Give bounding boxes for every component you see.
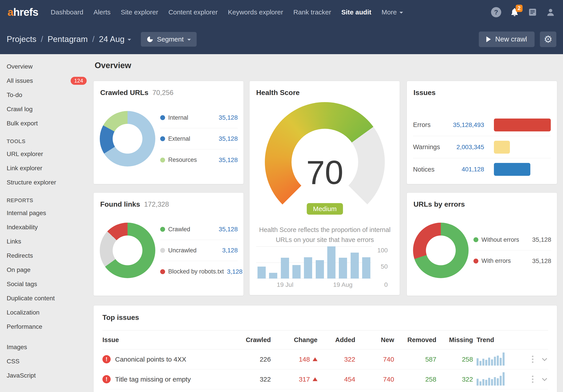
legend-label: External xyxy=(168,135,216,142)
health-trend-zero-tick: 0 xyxy=(372,281,388,288)
crawled-cell[interactable]: 226 xyxy=(235,355,271,363)
column-header-issue[interactable]: Issue xyxy=(102,336,235,343)
sidebar-item-label: JavaScript xyxy=(7,372,36,379)
legend-label: Uncrawled xyxy=(168,247,219,254)
missing-cell[interactable]: 322 xyxy=(436,376,473,383)
column-header-crawled[interactable]: Crawled xyxy=(235,336,271,343)
nav-item-content-explorer[interactable]: Content explorer xyxy=(168,8,218,16)
sidebar-item-link-explorer[interactable]: Link explorer xyxy=(7,161,87,175)
column-header-removed[interactable]: Removed xyxy=(394,336,436,343)
column-header-new[interactable]: New xyxy=(355,336,394,343)
sidebar-item-on-page[interactable]: On page xyxy=(7,263,87,277)
nav-item-keywords-explorer[interactable]: Keywords explorer xyxy=(228,8,283,16)
breadcrumb-item-label: Pentagram xyxy=(48,35,88,44)
new-cell[interactable]: 740 xyxy=(355,376,394,383)
internal-dot xyxy=(160,115,165,120)
sidebar-item-bulk-export[interactable]: Bulk export xyxy=(7,116,87,131)
chevron-down-icon[interactable] xyxy=(541,356,548,363)
legend-value[interactable]: 35,128 xyxy=(532,257,551,265)
column-header-added[interactable]: Added xyxy=(318,336,355,343)
sidebar-item-url-explorer[interactable]: URL explorer xyxy=(7,147,87,161)
removed-cell[interactable]: 258 xyxy=(394,376,436,383)
change-cell[interactable]: 148 xyxy=(271,355,318,363)
sidebar-item-css[interactable]: CSS xyxy=(7,354,87,368)
sidebar-item-overview[interactable]: Overview xyxy=(7,60,87,74)
legend-value[interactable]: 35,128 xyxy=(219,114,238,121)
notification-count-badge: 2 xyxy=(516,5,523,12)
legend-value[interactable]: 35,128 xyxy=(219,135,238,142)
nav-item-more[interactable]: More xyxy=(382,8,403,16)
issues-row-value[interactable]: 401,128 xyxy=(446,166,484,173)
sidebar-item-duplicate-content[interactable]: Duplicate content xyxy=(7,291,87,306)
health-trend-bar xyxy=(292,265,301,279)
help-icon[interactable]: ? xyxy=(491,7,501,17)
sidebar-item-links[interactable]: Links xyxy=(7,234,87,249)
sidebar-item-localization[interactable]: Localization xyxy=(7,306,87,320)
sidebar-item-social-tags[interactable]: Social tags xyxy=(7,277,87,291)
sidebar-item-indexability[interactable]: Indexability xyxy=(7,220,87,234)
sidebar-item-all-issues[interactable]: All issues124 xyxy=(7,74,87,88)
legend-value[interactable]: 3,128 xyxy=(227,268,243,275)
sidebar-item-label: Crawl log xyxy=(7,106,33,113)
ahrefs-logo[interactable]: ahrefs xyxy=(8,7,38,18)
removed-cell[interactable]: 587 xyxy=(394,355,436,363)
settings-button[interactable]: ⚙ xyxy=(540,32,556,47)
issue-label[interactable]: Canonical points to 4XX xyxy=(115,355,186,363)
change-cell[interactable]: 317 xyxy=(271,376,318,383)
nav-item-site-audit[interactable]: Site audit xyxy=(341,8,371,16)
crawled-urls-card: Crawled URLs 70,256 Internal35,128Extern… xyxy=(93,81,244,184)
urls-by-errors-donut xyxy=(413,223,469,278)
kebab-menu-icon[interactable] xyxy=(531,355,534,364)
sidebar-item-structure-explorer[interactable]: Structure explorer xyxy=(7,175,87,190)
breadcrumb-item-24-aug[interactable]: 24 Aug xyxy=(99,35,131,44)
missing-cell[interactable]: 258 xyxy=(436,355,473,363)
legend-value[interactable]: 35,128 xyxy=(532,236,551,243)
legend-label: With errors xyxy=(481,257,529,264)
sidebar-item-redirects[interactable]: Redirects xyxy=(7,249,87,263)
legend-value[interactable]: 35,128 xyxy=(219,226,238,233)
issue-label[interactable]: Title tag missing or empty xyxy=(115,376,191,383)
found-links-legend: Crawled35,128Uncrawled3,128Blocked by ro… xyxy=(160,219,238,282)
kebab-menu-icon[interactable] xyxy=(531,375,534,384)
sidebar-item-javascript[interactable]: JavaScript xyxy=(7,368,87,383)
issues-row-value[interactable]: 2,003,345 xyxy=(446,144,484,151)
trend-bar xyxy=(477,379,479,386)
new-value: 740 xyxy=(383,376,394,383)
breadcrumb-item-projects[interactable]: Projects xyxy=(7,35,37,44)
crawled-cell[interactable]: 322 xyxy=(235,376,271,383)
legend-row-internal: Internal35,128 xyxy=(160,107,238,128)
added-cell[interactable]: 322 xyxy=(318,355,355,363)
top-nav: ahrefs DashboardAlertsSite explorerConte… xyxy=(0,0,563,24)
notifications-bell-icon[interactable]: 2 xyxy=(510,7,519,17)
column-header-missing[interactable]: Missing xyxy=(436,336,473,343)
sidebar-item-performance[interactable]: Performance xyxy=(7,320,87,334)
new-cell[interactable]: 740 xyxy=(355,355,394,363)
column-header-trend[interactable]: Trend xyxy=(473,336,520,343)
feedback-icon[interactable] xyxy=(528,8,537,17)
nav-item-rank-tracker[interactable]: Rank tracker xyxy=(293,8,331,16)
main-nav-items: DashboardAlertsSite explorerContent expl… xyxy=(51,8,403,16)
issues-row-value[interactable]: 35,128,493 xyxy=(446,122,484,129)
chevron-down-icon[interactable] xyxy=(541,376,548,383)
sidebar-item-to-do[interactable]: To-do xyxy=(7,88,87,102)
segment-button[interactable]: Segment xyxy=(141,32,196,47)
sidebar-item-label: Performance xyxy=(7,323,42,330)
sidebar-item-label: Images xyxy=(7,343,27,351)
nav-item-alerts[interactable]: Alerts xyxy=(93,8,111,16)
new-crawl-button[interactable]: New crawl xyxy=(479,32,535,47)
legend-row-with-errors: With errors35,128 xyxy=(473,250,551,271)
sidebar-item-crawl-log[interactable]: Crawl log xyxy=(7,102,87,116)
column-header-change[interactable]: Change xyxy=(271,336,318,343)
legend-value[interactable]: 35,128 xyxy=(219,157,238,164)
nav-item-dashboard[interactable]: Dashboard xyxy=(51,8,83,16)
legend-row-blocked-by-robots-txt: Blocked by robots.txt3,128 xyxy=(160,261,238,282)
site-audit-app: ahrefs DashboardAlertsSite explorerConte… xyxy=(0,0,563,392)
main-content: Overview Crawled URLs 70,256 Internal35,… xyxy=(93,54,563,392)
account-icon[interactable] xyxy=(546,7,555,17)
sidebar-item-images[interactable]: Images xyxy=(7,340,87,354)
legend-value[interactable]: 3,128 xyxy=(222,247,238,254)
sidebar-item-internal-pages[interactable]: Internal pages xyxy=(7,206,87,220)
nav-item-site-explorer[interactable]: Site explorer xyxy=(121,8,158,16)
breadcrumb-item-pentagram[interactable]: Pentagram xyxy=(48,35,88,44)
added-cell[interactable]: 454 xyxy=(318,376,355,383)
